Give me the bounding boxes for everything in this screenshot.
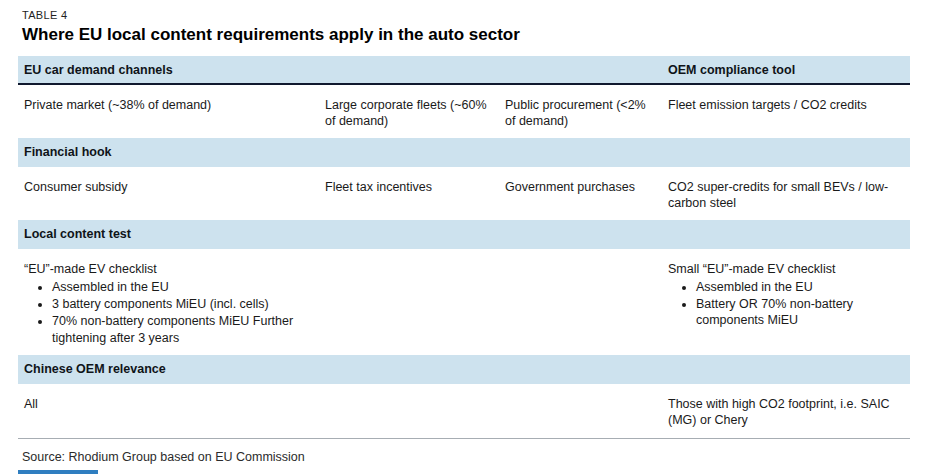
bullet-item: Assembled in the EU <box>52 279 307 295</box>
table-cell: CO2 super-credits for small BEVs / low-c… <box>662 179 910 212</box>
section-header-row-local-content-test: Local content test <box>18 220 910 249</box>
section-header-row-demand-channels: EU car demand channels OEM compliance to… <box>18 56 910 85</box>
table-row-local-content-test: “EU”-made EV checklist Assembled in the … <box>18 249 910 355</box>
bullet-item: 3 battery components MiEU (incl. cells) <box>52 296 307 312</box>
checklist-title: “EU”-made EV checklist <box>24 261 307 277</box>
section-header-label: Financial hook <box>18 145 662 159</box>
checklist-title: Small “EU”-made EV checklist <box>668 261 898 277</box>
table-cell-empty <box>319 261 499 347</box>
section-header-row-chinese-oem: Chinese OEM relevance <box>18 355 910 384</box>
table-cell: Fleet tax incentives <box>319 179 499 212</box>
table-cell-checklist: “EU”-made EV checklist Assembled in the … <box>18 261 319 347</box>
table-cell: Government purchases <box>499 179 662 212</box>
table-label: TABLE 4 <box>22 9 910 21</box>
table-cell: Fleet emission targets / CO2 credits <box>662 97 910 130</box>
table-cell-checklist: Small “EU”-made EV checklist Assembled i… <box>662 261 910 347</box>
bullet-list: Assembled in the EU Battery OR 70% non-b… <box>668 279 898 329</box>
section-header-right-label: OEM compliance tool <box>662 63 910 77</box>
bullet-list: Assembled in the EU 3 battery components… <box>24 279 307 346</box>
table-cell-empty <box>319 396 499 429</box>
bullet-item: Assembled in the EU <box>696 279 898 295</box>
report-table-page: TABLE 4 Where EU local content requireme… <box>0 0 927 474</box>
table-row-financial-hook: Consumer subsidy Fleet tax incentives Go… <box>18 167 910 220</box>
section-header-label: Local content test <box>18 227 662 241</box>
table-cell-empty <box>499 261 662 347</box>
content-table: EU car demand channels OEM compliance to… <box>18 56 910 436</box>
section-header-label: Chinese OEM relevance <box>18 362 662 376</box>
table-row-chinese-oem: All Those with high CO2 footprint, i.e. … <box>18 384 910 437</box>
table-title: Where EU local content requirements appl… <box>22 25 910 45</box>
table-row-demand-channels: Private market (~38% of demand) Large co… <box>18 85 910 138</box>
table-cell: Those with high CO2 footprint, i.e. SAIC… <box>662 396 910 429</box>
clipped-bottom-accent-bar <box>18 470 98 474</box>
table-cell: Public procurement (<2% of demand) <box>499 97 662 130</box>
table-cell: Consumer subsidy <box>18 179 319 212</box>
table-cell: Private market (~38% of demand) <box>18 97 319 130</box>
table-figure: TABLE 4 Where EU local content requireme… <box>18 0 910 464</box>
table-cell: All <box>18 396 319 429</box>
bullet-item: 70% non-battery components MiEU Further … <box>52 313 307 346</box>
bullet-item: Battery OR 70% non-battery components Mi… <box>696 296 898 329</box>
table-cell: Large corporate fleets (~60% of demand) <box>319 97 499 130</box>
source-line: Source: Rhodium Group based on EU Commis… <box>22 450 910 464</box>
table-cell-empty <box>499 396 662 429</box>
section-header-row-financial-hook: Financial hook <box>18 138 910 167</box>
section-header-label: EU car demand channels <box>18 63 662 77</box>
source-divider-line <box>18 438 910 439</box>
